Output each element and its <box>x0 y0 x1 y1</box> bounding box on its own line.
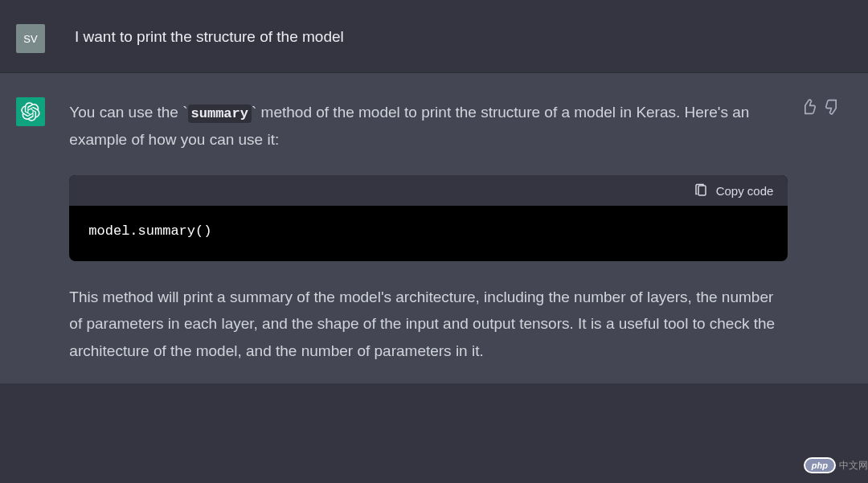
assistant-content: You can use the `summary` method of the … <box>69 92 800 364</box>
backtick: ` <box>182 104 187 121</box>
inline-code-summary: summary <box>188 104 252 123</box>
code-body: model.summary() <box>69 206 788 261</box>
user-message-row: SV I want to print the structure of the … <box>0 0 868 73</box>
code-block: Copy code model.summary() <box>69 175 788 261</box>
copy-code-button[interactable]: Copy code <box>694 183 774 198</box>
user-avatar: SV <box>16 24 45 53</box>
openai-icon <box>21 102 40 121</box>
assistant-avatar <box>16 97 45 126</box>
watermark: php 中文网 <box>804 457 868 473</box>
assistant-explanation: This method will print a summary of the … <box>69 284 788 364</box>
clipboard-icon <box>694 183 708 198</box>
user-message-text: I want to print the structure of the mod… <box>75 26 781 49</box>
user-avatar-col: SV <box>0 19 75 53</box>
code-header: Copy code <box>69 175 788 206</box>
assistant-message-row: You can use the `summary` method of the … <box>0 73 868 383</box>
assistant-avatar-col <box>0 92 69 364</box>
user-content: I want to print the structure of the mod… <box>75 19 794 53</box>
assistant-text-before: You can use the <box>69 104 182 121</box>
copy-code-label: Copy code <box>716 184 774 198</box>
assistant-actions <box>800 92 868 364</box>
watermark-badge: php <box>804 457 836 473</box>
user-actions <box>794 19 868 53</box>
watermark-text: 中文网 <box>839 459 868 473</box>
assistant-intro: You can use the `summary` method of the … <box>69 99 788 153</box>
thumbs-down-icon <box>825 99 841 115</box>
thumbs-up-icon <box>800 99 817 115</box>
thumbs-down-button[interactable] <box>825 99 841 115</box>
thumbs-up-button[interactable] <box>800 99 817 115</box>
svg-rect-0 <box>698 186 706 195</box>
